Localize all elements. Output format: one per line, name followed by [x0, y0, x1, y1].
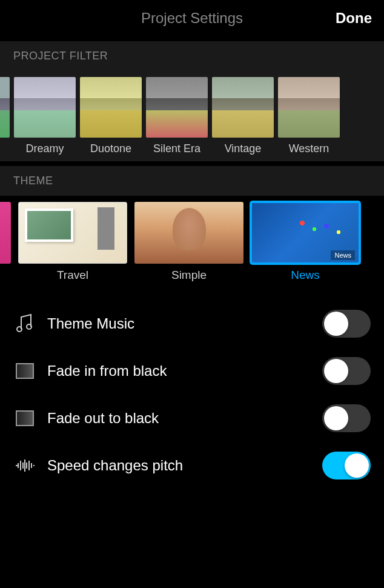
filter-thumbnail [212, 77, 274, 138]
theme-thumbnail [134, 202, 243, 264]
fade-out-icon [13, 407, 36, 430]
page-title: Project Settings [141, 10, 243, 27]
filter-thumbnail [80, 77, 142, 138]
setting-theme-music: Theme Music [13, 300, 371, 347]
filter-item-duotone[interactable]: Duotone [80, 77, 142, 161]
theme-label: Travel [57, 269, 88, 288]
filter-item-silentera[interactable]: Silent Era [146, 77, 208, 161]
header: Project Settings Done [0, 0, 384, 36]
filter-carousel[interactable]: Dreamy Duotone Silent Era Vintage Wester… [0, 71, 384, 161]
music-note-icon [13, 312, 36, 335]
speed-pitch-toggle[interactable] [322, 452, 371, 479]
filter-item-western[interactable]: Western [278, 77, 340, 161]
fade-out-toggle[interactable] [322, 404, 371, 432]
theme-item-travel[interactable]: Travel [18, 202, 127, 288]
filter-item-dreamy[interactable]: Dreamy [14, 77, 76, 161]
setting-label: Theme Music [47, 315, 311, 332]
filter-thumbnail [146, 77, 208, 138]
theme-label: Simple [171, 269, 207, 288]
filter-label: Duotone [90, 142, 131, 161]
theme-thumbnail [18, 202, 127, 264]
setting-label: Fade in from black [47, 362, 311, 379]
setting-fade-in: Fade in from black [13, 347, 371, 395]
filter-thumbnail [278, 77, 340, 138]
theme-section-header: THEME [0, 166, 384, 196]
filter-label: Silent Era [153, 142, 200, 161]
setting-label: Fade out to black [47, 410, 311, 427]
theme-music-toggle[interactable] [322, 310, 371, 338]
filter-section-header: PROJECT FILTER [0, 41, 384, 71]
settings-list: Theme Music Fade in from black Fade out … [0, 288, 384, 501]
filter-item-vintage[interactable]: Vintage [212, 77, 274, 161]
theme-label: News [291, 269, 320, 288]
theme-item-partial[interactable] [0, 202, 11, 288]
theme-item-news[interactable]: News News [251, 202, 360, 288]
theme-badge: News [331, 250, 355, 260]
fade-in-toggle[interactable] [322, 357, 371, 385]
theme-carousel[interactable]: Travel Simple News News [0, 196, 384, 288]
filter-label: Western [289, 142, 329, 161]
theme-item-simple[interactable]: Simple [134, 202, 243, 288]
filter-label: Dreamy [25, 142, 64, 161]
filter-thumbnail [0, 77, 10, 138]
filter-thumbnail [14, 77, 76, 138]
filter-label: Vintage [225, 142, 262, 161]
filter-section-label: PROJECT FILTER [13, 50, 108, 62]
setting-fade-out: Fade out to black [13, 395, 371, 442]
filter-item-partial[interactable] [0, 77, 10, 161]
waveform-icon [13, 454, 36, 477]
setting-speed-pitch: Speed changes pitch [13, 442, 371, 489]
done-button[interactable]: Done [336, 10, 372, 27]
theme-section-label: THEME [13, 175, 53, 187]
theme-thumbnail: News [251, 202, 360, 264]
fade-in-icon [13, 359, 36, 383]
setting-label: Speed changes pitch [47, 457, 311, 474]
theme-thumbnail [0, 202, 11, 264]
